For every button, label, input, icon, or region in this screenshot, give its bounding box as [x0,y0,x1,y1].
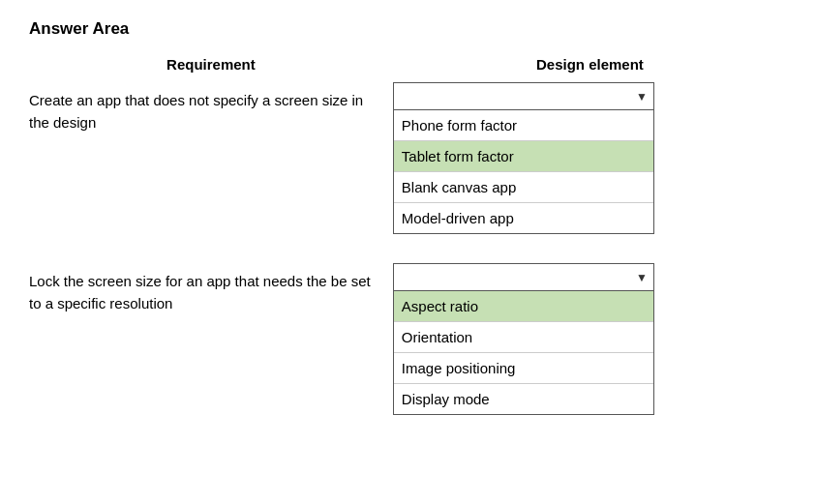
requirement-text-0: Create an app that does not specify a sc… [29,82,393,133]
dropdown-header-0[interactable]: ▼ [394,83,653,110]
dropdown-item-0-3[interactable]: Model-driven app [394,203,653,233]
dropdown-arrow-icon-1[interactable]: ▼ [636,271,648,284]
dropdown-box-0[interactable]: ▼Phone form factorTablet form factorBlan… [393,82,654,234]
design-element-container-0: ▼Phone form factorTablet form factorBlan… [393,82,787,234]
dropdown-box-1[interactable]: ▼Aspect ratioOrientationImage positionin… [393,263,654,415]
design-element-container-1: ▼Aspect ratioOrientationImage positionin… [393,263,787,415]
requirement-text-1: Lock the screen size for an app that nee… [29,263,393,314]
dropdown-item-0-1[interactable]: Tablet form factor [394,141,653,172]
design-element-header: Design element [393,56,787,73]
dropdown-item-1-0[interactable]: Aspect ratio [394,291,653,322]
dropdown-header-1[interactable]: ▼ [394,264,653,291]
dropdown-item-1-2[interactable]: Image positioning [394,353,653,384]
dropdown-item-0-2[interactable]: Blank canvas app [394,172,653,203]
requirement-header: Requirement [29,56,393,73]
answer-area-title: Answer Area [29,19,787,39]
dropdown-item-0-0[interactable]: Phone form factor [394,110,653,141]
dropdown-item-1-1[interactable]: Orientation [394,322,653,353]
dropdown-arrow-icon-0[interactable]: ▼ [636,90,648,104]
dropdown-item-1-3[interactable]: Display mode [394,384,653,414]
row-0: Create an app that does not specify a sc… [29,82,787,234]
row-1: Lock the screen size for an app that nee… [29,263,787,415]
